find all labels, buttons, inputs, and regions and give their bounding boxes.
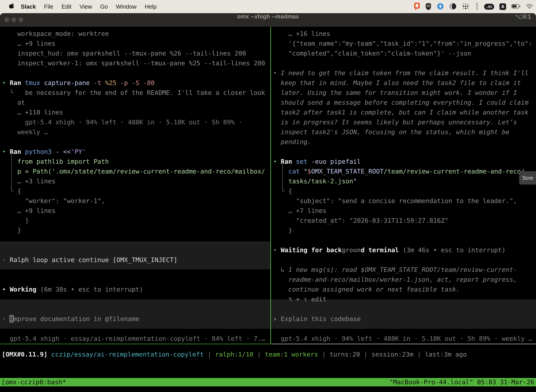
- terminal-row: … +110 lines: [2, 107, 270, 117]
- menu-item-view[interactable]: View: [80, 3, 92, 10]
- menu-bar-left: Slack FileEditViewGoWindowHelp: [0, 3, 157, 10]
- window-titlebar[interactable]: omx --xhigh --madmax ⌥⌘1: [0, 13, 536, 27]
- terminal-row: › Explain this codebase: [273, 314, 536, 324]
- terminal-row: weekly …: [2, 127, 270, 137]
- menu-app-name[interactable]: Slack: [21, 3, 36, 10]
- terminal-text-segment: |: [254, 351, 265, 358]
- apple-menu-icon[interactable]: [9, 3, 14, 10]
- crescent-app-icon[interactable]: [449, 2, 457, 11]
- count-badge[interactable]: ..61: [484, 4, 494, 10]
- battery-charging-icon[interactable]: [511, 4, 521, 9]
- terminal-text-segment: └: [2, 89, 25, 96]
- terminal-row: gpt-5.4 xhigh · essay/ai-reimplementatio…: [2, 334, 270, 344]
- terminal-text-segment: •: [2, 79, 10, 86]
- terminal-row: [2, 294, 270, 304]
- terminal-rows-right: … +16 lines '{"team_name":"my-team","tas…: [271, 27, 536, 344]
- tmux-pane-worker[interactable]: workspace_mode: worktree … +9 lines insp…: [0, 27, 270, 344]
- window-title: omx --xhigh --madmax: [0, 13, 536, 27]
- terminal-text-segment: /team/review-current-readme-and-reco/: [384, 168, 525, 175]
- terminal-text-segment: Ran: [10, 148, 25, 155]
- screen: Slack FileEditViewGoWindowHelp: [0, 0, 536, 392]
- terminal-text-segment: }: [2, 227, 21, 234]
- terminal-text-segment: Ran: [281, 158, 296, 165]
- terminal-row: [2, 324, 270, 334]
- terminal-text-segment: ›: [273, 315, 281, 322]
- terminal-row: is in progress? It seems likely but perh…: [273, 117, 536, 127]
- terminal-text-segment: gpt-5.4 xhigh · essay/ai-reimplementatio…: [2, 335, 265, 342]
- terminal-text-segment: - <<: [55, 148, 71, 155]
- terminal-text-segment: %25: [105, 79, 120, 86]
- terminal-text-segment: … +3 lines: [2, 177, 55, 185]
- terminal-row: gpt-5.4 xhigh · 94% left · 488K in · 5.1…: [273, 334, 536, 344]
- terminal-text-segment: (6m 38s • esc to interrupt): [40, 286, 143, 293]
- menu-item-go[interactable]: Go: [100, 3, 108, 10]
- terminal-text-segment: keep that in mind. Maybe I also need the…: [273, 79, 521, 86]
- terminal-row: at: [2, 98, 270, 107]
- menu-item-file[interactable]: File: [44, 3, 53, 10]
- squiggle-icon[interactable]: [475, 2, 479, 11]
- terminal-row: tasks/task-2.json": [273, 176, 536, 186]
- terminal-text-segment: ⌥ + ↑ edit: [273, 296, 326, 303]
- terminal-text-segment: mprove documentation in @filename: [14, 315, 139, 322]
- terminal-row: … +3 lines: [2, 176, 270, 186]
- terminal-text-segment: be necessary for the end of the README. …: [25, 89, 265, 96]
- terminal-row: "worker": "worker-1",: [2, 196, 270, 206]
- terminal-text-segment: |: [360, 351, 371, 358]
- terminal-row: … +7 lines: [273, 206, 536, 216]
- terminal-text-segment: cat: [288, 168, 304, 175]
- terminal-row: }: [273, 225, 536, 235]
- terminal-text-segment: … +9 lines: [2, 40, 55, 47]
- menu-item-edit[interactable]: Edit: [61, 3, 72, 10]
- terminal-text-segment: turns:20: [330, 351, 360, 358]
- terminal-row: [2, 68, 270, 78]
- terminal-row: [273, 324, 536, 334]
- terminal-text-segment: $: [307, 168, 311, 175]
- shield-icon[interactable]: [425, 2, 431, 11]
- terminal-text-segment: ": [304, 168, 307, 175]
- terminal-window: omx --xhigh --madmax ⌥⌘1 workspace_mode:…: [0, 13, 536, 392]
- terminal-text-segment: •: [273, 69, 281, 77]
- terminal-text-segment: [OMX#0.11.9]: [2, 351, 51, 358]
- terminal-text-segment: •: [273, 246, 281, 254]
- terminal-text-segment: ›: [2, 315, 10, 322]
- cursor-block: I: [10, 315, 14, 322]
- terminal-row: … +16 lines: [273, 29, 536, 39]
- terminal-text-segment: OMX_TEAM_STATE_ROOT: [311, 168, 384, 175]
- terminal-text-segment: session:23m: [371, 351, 413, 358]
- menu-item-window[interactable]: Window: [116, 3, 136, 10]
- tmux-session-label[interactable]: [omx-cczip0:bash*: [1, 378, 66, 386]
- terminal-text-segment: gpt-5.4 xhigh · 94% left · 488K in · 5.1…: [273, 335, 532, 342]
- terminal-text-segment: •: [273, 158, 281, 165]
- terminal-text-segment: Waiting for back: [281, 246, 342, 254]
- tmux-host-time: "MacBook-Pro-44.local" 05:03 31-Mar-26: [389, 378, 534, 386]
- terminal-text-segment: Ralph loop active continue [OMX_TMUX_INJ…: [10, 256, 177, 263]
- terminal-text-segment: from pathlib import Path: [2, 158, 109, 165]
- terminal-text-segment: inspect_worker-1: omx sparkshell --tmux-…: [2, 60, 265, 67]
- dots-grid-icon[interactable]: [462, 3, 469, 11]
- lightning-app-icon[interactable]: [437, 2, 444, 11]
- wifi-icon[interactable]: [526, 4, 533, 10]
- terminal-text-segment: -S: [132, 79, 143, 86]
- terminal-text-segment: p = Path('.omx/state/team/review-current…: [2, 168, 265, 175]
- menu-item-help[interactable]: Help: [145, 3, 157, 10]
- input-source-icon[interactable]: A: [499, 3, 506, 10]
- terminal-row: ↳ 1 new msg(s): read $OMX_TEAM_STATE_ROO…: [273, 265, 536, 275]
- terminal-text-segment: -t: [94, 79, 105, 86]
- terminal-text-segment: task2 after task1 is complete, but can I…: [273, 109, 528, 116]
- terminal-text-segment: inspect task2's JSON, focusing on the st…: [273, 128, 509, 135]
- screen-record-icon[interactable]: [414, 2, 420, 11]
- terminal-rows-left: workspace_mode: worktree … +9 lines insp…: [0, 27, 270, 344]
- terminal-text-segment: groun: [342, 246, 361, 254]
- terminal-row: inspect_hud: omx sparkshell --tmux-pane …: [2, 48, 270, 58]
- terminal-text-segment: is in progress? It seems likely but perh…: [273, 119, 517, 126]
- terminal-text-segment: should send a message before completing …: [273, 99, 528, 106]
- menu-bar-status-icons: ..61 A: [414, 2, 536, 11]
- terminal-row: keep that in mind. Maybe I also need the…: [273, 78, 536, 88]
- terminal-row: • I need to get the claim token from the…: [273, 68, 536, 78]
- terminal-text-segment: 1 new msg(s): read $OMX_TEAM_STATE_ROOT/…: [288, 266, 517, 273]
- tmux-pane-hud[interactable]: … +16 lines '{"team_name":"my-team","tas…: [271, 27, 536, 344]
- screen-tooltip: Scre: [519, 171, 536, 185]
- terminal-text-segment: tasks/task-2.json: [273, 177, 353, 185]
- terminal-row: "completed","claim_token":"claim-token"}…: [273, 48, 536, 58]
- terminal-row: inspect_worker-1: omx sparkshell --tmux-…: [2, 58, 270, 68]
